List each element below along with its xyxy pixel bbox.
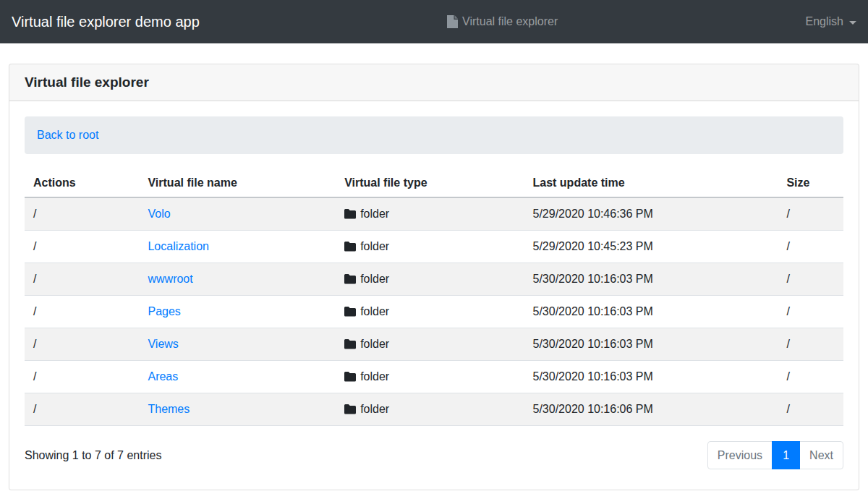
header-actions: Actions — [25, 169, 139, 197]
file-explorer-card: Virtual file explorer Back to root Actio… — [9, 64, 859, 490]
navbar: Virtual file explorer demo app Virtual f… — [0, 0, 868, 43]
table-row: /wwwrootfolder5/30/2020 10:16:03 PM/ — [25, 263, 843, 296]
folder-icon — [344, 242, 356, 252]
file-type-label: folder — [360, 271, 389, 287]
cell-file-name: wwwroot — [139, 263, 336, 296]
pagination-page-1[interactable]: 1 — [772, 441, 800, 469]
cell-size: / — [778, 197, 843, 231]
cell-size: / — [778, 263, 843, 296]
file-type-label: folder — [360, 401, 389, 417]
cell-update-time: 5/30/2020 10:16:03 PM — [524, 263, 778, 296]
cell-file-name: Pages — [139, 296, 336, 328]
file-link[interactable]: Pages — [148, 305, 180, 317]
file-link[interactable]: Themes — [148, 403, 190, 415]
file-icon — [447, 15, 458, 28]
folder-icon — [344, 307, 356, 317]
cell-file-type: folder — [336, 263, 524, 296]
cell-size: / — [778, 393, 843, 426]
header-size: Size — [778, 169, 843, 197]
card-title: Virtual file explorer — [9, 64, 859, 101]
cell-update-time: 5/30/2020 10:16:03 PM — [524, 361, 778, 393]
breadcrumb: Back to root — [25, 116, 843, 154]
table-footer: Showing 1 to 7 of 7 entries Previous 1 N… — [25, 441, 843, 469]
file-type-label: folder — [360, 304, 389, 320]
folder-icon — [344, 404, 356, 414]
table-row: /Localizationfolder5/29/2020 10:45:23 PM… — [25, 231, 843, 263]
language-label: English — [806, 15, 843, 28]
caret-down-icon — [849, 21, 856, 25]
cell-file-type: folder — [336, 296, 524, 328]
cell-update-time: 5/30/2020 10:16:06 PM — [524, 393, 778, 426]
cell-update-time: 5/30/2020 10:16:03 PM — [524, 296, 778, 328]
pagination-previous[interactable]: Previous — [707, 441, 773, 469]
folder-icon — [344, 339, 356, 349]
file-link[interactable]: Areas — [148, 370, 178, 383]
table-row: /Viewsfolder5/30/2020 10:16:03 PM/ — [25, 328, 843, 361]
file-type-label: folder — [360, 239, 389, 255]
pagination-next[interactable]: Next — [799, 441, 843, 469]
cell-actions: / — [25, 328, 139, 361]
language-dropdown[interactable]: English — [806, 15, 856, 28]
cell-size: / — [778, 231, 843, 263]
cell-update-time: 5/29/2020 10:46:36 PM — [524, 197, 778, 231]
nav-item-virtual-file-explorer[interactable]: Virtual file explorer — [447, 15, 558, 28]
file-type-label: folder — [360, 336, 389, 352]
cell-actions: / — [25, 393, 139, 426]
header-file-name: Virtual file name — [139, 169, 336, 197]
file-table: Actions Virtual file name Virtual file t… — [25, 169, 843, 426]
cell-size: / — [778, 361, 843, 393]
table-header-row: Actions Virtual file name Virtual file t… — [25, 169, 843, 197]
file-type-label: folder — [360, 206, 389, 222]
file-link[interactable]: Localization — [148, 240, 209, 252]
cell-file-type: folder — [336, 197, 524, 231]
cell-actions: / — [25, 197, 139, 231]
cell-size: / — [778, 328, 843, 361]
header-file-type: Virtual file type — [336, 169, 524, 197]
table-row: /Pagesfolder5/30/2020 10:16:03 PM/ — [25, 296, 843, 328]
cell-actions: / — [25, 231, 139, 263]
nav-item-label: Virtual file explorer — [462, 15, 558, 28]
cell-file-type: folder — [336, 328, 524, 361]
cell-file-name: Volo — [139, 197, 336, 231]
folder-icon — [344, 274, 356, 284]
file-link[interactable]: wwwroot — [148, 273, 192, 285]
card-body: Back to root Actions Virtual file name V… — [9, 101, 859, 490]
file-link[interactable]: Volo — [148, 208, 170, 220]
cell-size: / — [778, 296, 843, 328]
table-row: /Themesfolder5/30/2020 10:16:06 PM/ — [25, 393, 843, 426]
cell-update-time: 5/29/2020 10:45:23 PM — [524, 231, 778, 263]
pagination: Previous 1 Next — [707, 441, 843, 469]
table-row: /Areasfolder5/30/2020 10:16:03 PM/ — [25, 361, 843, 393]
cell-actions: / — [25, 263, 139, 296]
cell-file-name: Localization — [139, 231, 336, 263]
cell-update-time: 5/30/2020 10:16:03 PM — [524, 328, 778, 361]
table-row: /Volofolder5/29/2020 10:46:36 PM/ — [25, 197, 843, 231]
cell-file-type: folder — [336, 231, 524, 263]
entries-info: Showing 1 to 7 of 7 entries — [25, 449, 161, 462]
back-to-root-link[interactable]: Back to root — [37, 129, 98, 141]
cell-file-name: Views — [139, 328, 336, 361]
file-type-label: folder — [360, 369, 389, 385]
cell-file-type: folder — [336, 393, 524, 426]
cell-file-name: Themes — [139, 393, 336, 426]
navbar-brand[interactable]: Virtual file explorer demo app — [12, 14, 200, 30]
header-update-time: Last update time — [524, 169, 778, 197]
cell-file-name: Areas — [139, 361, 336, 393]
folder-icon — [344, 372, 356, 382]
navbar-center: Virtual file explorer — [200, 15, 806, 28]
file-link[interactable]: Views — [148, 338, 178, 350]
cell-actions: / — [25, 296, 139, 328]
cell-file-type: folder — [336, 361, 524, 393]
cell-actions: / — [25, 361, 139, 393]
folder-icon — [344, 209, 356, 219]
